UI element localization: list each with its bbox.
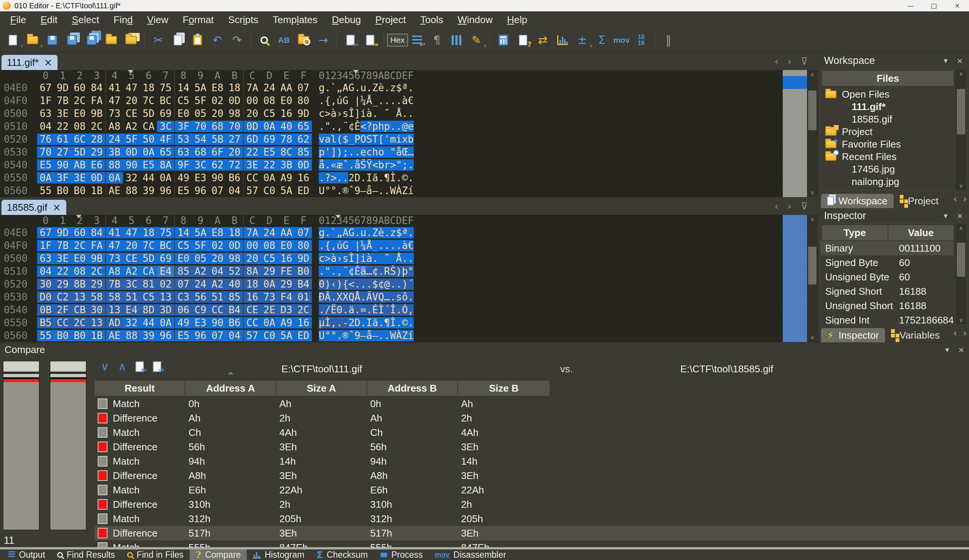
hex-row-0540[interactable]: 0540E590ABE68890E58A9F3C62723E223B0Då.«æ… [0, 158, 817, 171]
undo-button[interactable]: ↶ [208, 31, 226, 49]
menu-templates[interactable]: Templates [265, 14, 325, 26]
hex-row-0520[interactable]: 052030298B297B3C81020724A240180A29B40)‹)… [0, 278, 817, 291]
save-all-button[interactable] [83, 31, 101, 49]
compare-row-difference-ah[interactable]: DifferenceAh2hAh2h [95, 411, 969, 425]
menu-find[interactable]: Find [107, 14, 140, 26]
hex-row-04E0[interactable]: 04E0679D608441471875145AE8187A24AA07g.`„… [0, 81, 817, 94]
hex-editor-18585-gif[interactable]: 0123456789ABCDEF0123456789ABCDEF04E0679D… [0, 215, 817, 342]
menu-file[interactable]: File [3, 14, 33, 26]
panel-tabs-scroll-right-icon[interactable]: › [963, 328, 967, 339]
hex-row-0510[interactable]: 05100422082CA8A2CAE485A204528A29FEB0.".,… [0, 265, 817, 278]
hex-row-0530[interactable]: 053070275D293B0D0A6563686F2022E58C85p'])… [0, 146, 817, 158]
compare-row-difference-56h[interactable]: Difference56h3Eh56h3Eh [95, 440, 969, 454]
copy-button[interactable] [169, 31, 187, 49]
compare-column-address-a[interactable]: Address A^ [185, 381, 276, 396]
tree-item-open-files[interactable]: Open Files [821, 88, 966, 101]
redo-button[interactable]: ↷ [228, 31, 246, 49]
tree-item-17456-jpg[interactable]: 17456.jpg [821, 163, 966, 176]
scroll-up-icon[interactable]: ∧ [959, 224, 963, 233]
column-mode-button[interactable] [448, 31, 466, 49]
tab-18585-gif[interactable]: 18585.gif × [2, 200, 66, 215]
panel-close-icon[interactable]: × [957, 56, 963, 65]
file-minimap-b[interactable] [783, 215, 807, 342]
panel-tabs-scroll-left-icon[interactable]: ‹ [954, 194, 957, 204]
compare-row-difference-310h[interactable]: Difference310h2h310h2h [95, 497, 969, 512]
minimize-button[interactable]: — [899, 0, 922, 12]
hex-row-0560[interactable]: 056055B0B01BAE883996E596070457C05AEDU°°.… [0, 184, 817, 197]
inspector-row-signed-short[interactable]: Signed Short16188 [821, 284, 954, 299]
compare-row-match-94h[interactable]: Match94h14h94h14h [95, 454, 969, 469]
find-button[interactable] [255, 31, 273, 49]
tree-item-111-gif[interactable]: 111.gif* [821, 101, 966, 113]
menu-tools[interactable]: Tools [413, 14, 450, 26]
column-value[interactable]: Value [888, 225, 954, 240]
scroll-thumb[interactable] [957, 89, 965, 134]
edit-as-button[interactable]: ↩ [408, 31, 426, 49]
close-file-button[interactable] [102, 31, 120, 49]
jump-back-button[interactable]: ⇐ [341, 31, 360, 49]
column-type[interactable]: Type [822, 225, 887, 240]
show-whitespace-button[interactable]: ¶ [428, 31, 446, 49]
save-button[interactable] [43, 31, 61, 49]
hex-editor-111-gif[interactable]: 0123456789ABCDEF0123456789ABCDEF04E0679D… [0, 70, 817, 197]
file-minimap-a[interactable] [783, 70, 807, 197]
tab-scroll-right-icon[interactable]: › [788, 56, 791, 67]
tree-item-favorite-files[interactable]: ★Favorite Files [821, 138, 966, 151]
scrollbar-a[interactable]: ∧ ∨ [807, 70, 817, 197]
inspector-row-binary[interactable]: Binary00111100 [821, 241, 954, 256]
menu-view[interactable]: View [140, 14, 176, 26]
calculator-button[interactable] [494, 31, 513, 49]
compare-row-difference-a8h[interactable]: DifferenceA8h3EhA8h3Eh [95, 469, 969, 483]
hex-row-0560[interactable]: 056055B0B01BAE883996E596070457C05AEDU°°.… [0, 329, 817, 342]
save-as-button[interactable] [63, 31, 81, 49]
hex-row-0500[interactable]: 0500633EE09B73CE5D69E005209820C5169Dc>à›… [0, 252, 817, 265]
hex-row-0550[interactable]: 05500A3F3E0D0A32440A49E390B6CC0AA916.?>.… [0, 171, 817, 184]
hex-row-0530[interactable]: 0530D0C213585851C513C35651851673F401ÐÂ.X… [0, 291, 817, 304]
base-converter-button[interactable]: 1016 [632, 31, 650, 49]
panel-menu-icon[interactable]: ▾ [944, 56, 947, 65]
panel-tabs-scroll-left-icon[interactable]: ‹ [954, 328, 957, 339]
status-tab-find-results[interactable]: Find Results [51, 549, 121, 560]
compare-overview-file-a[interactable] [3, 361, 39, 530]
hex-row-0540[interactable]: 05400B2FCB3013E48D3D06C9CCB4CE2ED32C./Ë0… [0, 304, 817, 316]
scroll-up-icon[interactable]: ∧ [959, 69, 963, 78]
swap-bytes-button[interactable]: ⇄ [534, 31, 552, 49]
highlight-button[interactable]: ✎∨ [467, 31, 485, 49]
panel-menu-icon[interactable]: ▾ [944, 211, 947, 220]
scrollbar-b[interactable]: ∧ ∨ [807, 215, 817, 342]
checksum-button[interactable]: Σ [593, 31, 611, 49]
tree-item-project[interactable]: Project [821, 126, 966, 138]
disassembler-button[interactable]: mov [613, 31, 631, 49]
scroll-up-icon[interactable]: ∧ [811, 70, 814, 79]
panel-tab-variables[interactable]: Variables [885, 328, 946, 342]
compare-files-button[interactable]: ? [514, 31, 532, 49]
scroll-thumb[interactable] [808, 90, 816, 130]
tab-scroll-right-icon[interactable]: › [788, 201, 791, 212]
hex-row-0550[interactable]: 0550B5CC2C13AD32440A49E390B6CC0AA916µÌ,.… [0, 316, 817, 329]
menu-format[interactable]: Format [175, 14, 221, 26]
inspector-scrollbar[interactable]: ∧ ∨ [956, 224, 966, 325]
panel-close-icon[interactable]: × [958, 345, 964, 354]
hex-row-04F0[interactable]: 04F01F7B2CFA47207CBCC55F020D0008E080.{,ú… [0, 239, 817, 252]
inspector-row-signed-int[interactable]: Signed Int1752186684 [821, 313, 954, 325]
tab-list-icon[interactable]: ⊽ [801, 56, 808, 67]
maximize-button[interactable]: □ [922, 0, 946, 12]
compare-column-size-b[interactable]: Size B [458, 381, 549, 396]
compare-row-match-ch[interactable]: MatchCh4AhCh4Ah [95, 425, 969, 440]
compare-overview-file-b[interactable] [50, 361, 86, 530]
tab-close-icon[interactable]: × [44, 57, 52, 68]
compare-column-result[interactable]: Result [95, 381, 185, 396]
histogram-button[interactable] [553, 31, 571, 49]
status-tab-histogram[interactable]: Histogram [247, 549, 310, 560]
goto-button[interactable]: → [314, 31, 332, 49]
menu-edit[interactable]: Edit [33, 14, 65, 26]
menu-scripts[interactable]: Scripts [221, 14, 265, 26]
panel-tab-inspector[interactable]: ⚡Inspector [821, 328, 885, 342]
tab-close-icon[interactable]: × [53, 202, 61, 213]
pause-button[interactable]: ‖ [659, 31, 678, 49]
scroll-down-icon[interactable]: ∨ [959, 181, 963, 190]
replace-button[interactable]: AB [275, 31, 293, 49]
panel-close-icon[interactable]: × [957, 211, 963, 220]
menu-help[interactable]: Help [500, 14, 534, 26]
close-button[interactable]: × [946, 0, 969, 12]
